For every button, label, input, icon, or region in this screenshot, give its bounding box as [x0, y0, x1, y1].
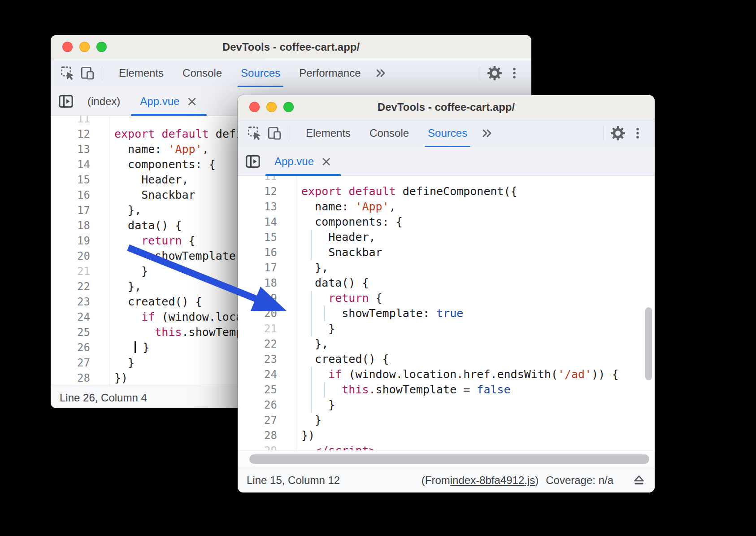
- line-number[interactable]: 11: [238, 176, 277, 184]
- code-token: Header,: [114, 173, 189, 186]
- line-number[interactable]: 20: [238, 306, 277, 321]
- kebab-menu-icon[interactable]: [628, 119, 647, 147]
- device-toolbar-icon[interactable]: [265, 119, 284, 147]
- toolbar-spacer: [496, 119, 599, 147]
- line-number[interactable]: 28: [238, 428, 277, 443]
- line-number[interactable]: 16: [238, 245, 277, 260]
- line-number[interactable]: 12: [51, 126, 90, 142]
- line-number[interactable]: 15: [238, 230, 277, 245]
- code-line: 24 if (window.location.href.endsWith('/a…: [238, 367, 655, 382]
- minimize-window-button[interactable]: [79, 42, 90, 52]
- line-number[interactable]: 24: [51, 309, 90, 325]
- code-line: 12export default defineComponent({: [238, 184, 655, 199]
- line-number[interactable]: 25: [238, 382, 277, 397]
- file-tab-index[interactable]: (index): [78, 87, 130, 115]
- file-tab-label: App.vue: [140, 95, 179, 108]
- close-window-button[interactable]: [249, 102, 260, 112]
- inspect-element-icon[interactable]: [58, 59, 78, 87]
- sourcemap-file-link[interactable]: index-8bfa4912.js: [450, 474, 535, 487]
- close-tab-icon[interactable]: ×: [186, 95, 197, 108]
- line-number[interactable]: 13: [51, 142, 90, 157]
- close-tab-icon[interactable]: ×: [321, 155, 332, 168]
- code-line-text: showTemplate: true: [277, 306, 463, 321]
- tab-console[interactable]: Console: [360, 119, 418, 147]
- line-number[interactable]: 21: [51, 264, 90, 279]
- titlebar[interactable]: DevTools - coffee-cart.app/: [51, 35, 531, 59]
- line-number[interactable]: 15: [51, 172, 90, 187]
- code-token: showTemplate:: [114, 249, 249, 262]
- toggle-navigator-icon[interactable]: [241, 147, 265, 175]
- line-number[interactable]: 26: [238, 397, 277, 413]
- code-editor[interactable]: 1112export default defineComponent({13 n…: [238, 176, 655, 450]
- file-tab-app.vue[interactable]: App.vue×: [265, 147, 342, 175]
- zoom-window-button[interactable]: [96, 42, 107, 52]
- code-line: 20 showTemplate: true: [238, 306, 655, 321]
- code-line-text: name: 'App',: [277, 199, 396, 214]
- tab-sources[interactable]: Sources: [231, 59, 290, 87]
- inspect-element-icon[interactable]: [245, 119, 265, 147]
- code-line-text: }: [277, 321, 335, 336]
- tab-performance[interactable]: Performance: [290, 59, 370, 87]
- eject-icon[interactable]: [632, 474, 646, 487]
- status-right-group: (From index-8bfa4912.js ) Coverage: n/a: [421, 474, 646, 487]
- zoom-window-button[interactable]: [283, 102, 294, 112]
- more-tabs-icon[interactable]: [477, 119, 496, 147]
- line-number[interactable]: 17: [238, 260, 277, 275]
- minimize-window-button[interactable]: [266, 102, 277, 112]
- line-number[interactable]: 23: [51, 294, 90, 309]
- line-number[interactable]: 28: [51, 370, 90, 386]
- code-line-text: }: [90, 355, 135, 370]
- code-token: [301, 383, 342, 396]
- tab-elements[interactable]: Elements: [109, 59, 173, 87]
- settings-gear-icon[interactable]: [485, 59, 504, 87]
- device-toolbar-icon[interactable]: [78, 59, 97, 87]
- line-number[interactable]: 23: [238, 352, 277, 367]
- line-number[interactable]: 11: [51, 116, 90, 126]
- settings-gear-icon[interactable]: [608, 119, 628, 147]
- titlebar[interactable]: DevTools - coffee-cart.app/: [238, 95, 655, 119]
- line-number[interactable]: 27: [51, 355, 90, 370]
- code-token: [301, 368, 328, 381]
- line-number[interactable]: 24: [238, 367, 277, 382]
- line-number[interactable]: 20: [51, 248, 90, 264]
- code-line-text: }: [90, 340, 149, 355]
- close-window-button[interactable]: [62, 42, 73, 52]
- code-token: }: [114, 265, 148, 278]
- line-number[interactable]: 18: [238, 275, 277, 291]
- horizontal-scrollbar[interactable]: [249, 454, 649, 464]
- line-number[interactable]: 27: [238, 413, 277, 428]
- gutter-border: [296, 176, 296, 450]
- line-number[interactable]: 12: [238, 184, 277, 199]
- code-token: [114, 326, 155, 339]
- code-token: created() {: [114, 295, 202, 308]
- line-number[interactable]: 16: [51, 187, 90, 203]
- code-line-text: name: 'App',: [90, 142, 209, 157]
- toggle-navigator-icon[interactable]: [54, 87, 78, 115]
- file-tab-bar: App.vue×: [238, 147, 655, 176]
- line-number[interactable]: 17: [51, 203, 90, 218]
- code-token: }: [136, 341, 149, 354]
- line-number[interactable]: 22: [238, 336, 277, 352]
- line-number[interactable]: 14: [51, 157, 90, 172]
- tab-sources[interactable]: Sources: [418, 119, 477, 147]
- line-number[interactable]: 19: [238, 291, 277, 306]
- tab-console[interactable]: Console: [173, 59, 231, 87]
- line-number[interactable]: 14: [238, 214, 277, 230]
- code-line-text: },: [90, 279, 141, 294]
- vertical-scrollbar[interactable]: [645, 307, 652, 380]
- kebab-menu-icon[interactable]: [504, 59, 524, 87]
- indent-guide: [311, 291, 312, 336]
- file-tab-app.vue[interactable]: App.vue×: [130, 87, 207, 115]
- indent-guide: [311, 230, 312, 260]
- line-number[interactable]: 19: [51, 233, 90, 248]
- more-tabs-icon[interactable]: [370, 59, 390, 87]
- line-number[interactable]: 26: [51, 340, 90, 355]
- line-number[interactable]: 22: [51, 279, 90, 294]
- line-number[interactable]: 25: [51, 325, 90, 340]
- line-number[interactable]: 29: [238, 443, 277, 450]
- tab-elements[interactable]: Elements: [296, 119, 360, 147]
- line-number[interactable]: 21: [238, 321, 277, 336]
- code-token: [114, 234, 141, 247]
- line-number[interactable]: 13: [238, 199, 277, 214]
- line-number[interactable]: 18: [51, 218, 90, 233]
